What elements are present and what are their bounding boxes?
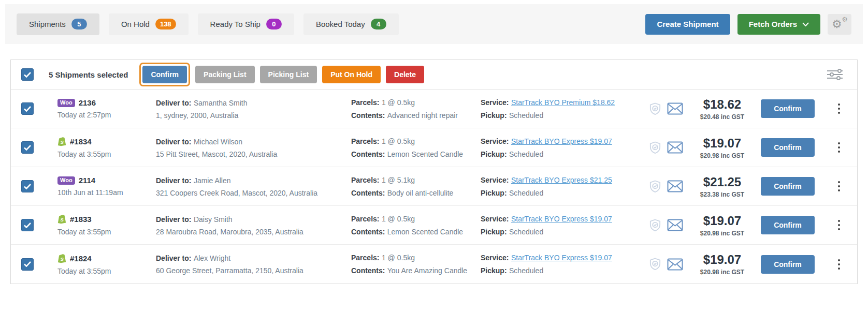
woocommerce-icon: Woo bbox=[57, 99, 75, 107]
service-link[interactable]: StarTrack BYO Express $21.25 bbox=[511, 176, 612, 184]
price: $19.07 bbox=[703, 214, 741, 228]
service-label: Service: bbox=[481, 215, 509, 223]
insurance-shield-icon[interactable] bbox=[649, 141, 661, 154]
parcels-value: 1 @ 0.5kg bbox=[382, 215, 415, 223]
pickup-label: Pickup: bbox=[481, 266, 507, 275]
shipment-row: Woo S #1833 Today at 3:55pm Deliver to: … bbox=[11, 206, 857, 245]
check-icon bbox=[24, 106, 31, 112]
filter-settings-button[interactable] bbox=[826, 68, 844, 81]
row-checkbox[interactable] bbox=[21, 219, 34, 231]
tab-shipments[interactable]: Shipments 5 bbox=[17, 13, 99, 35]
parcels-value: 1 @ 0.5kg bbox=[382, 98, 415, 107]
contents-value: Lemon Scented Candle bbox=[387, 150, 463, 158]
order-id: #1833 bbox=[70, 215, 92, 224]
pickup-value: Scheduled bbox=[509, 228, 543, 236]
shipment-row: Woo S 2136 Today at 2:57pm Deliver to: S… bbox=[11, 90, 857, 128]
order-date: 10th Jun at 11:19am bbox=[57, 188, 156, 197]
contents-value: You Are Amazing Candle bbox=[387, 266, 467, 275]
delivery-address: 28 Maroubra Road, Maroubra, 2035, Austra… bbox=[156, 228, 346, 236]
email-icon[interactable] bbox=[667, 102, 683, 115]
tab-on-hold-label: On Hold bbox=[121, 20, 150, 28]
create-shipment-button[interactable]: Create Shipment bbox=[645, 14, 730, 35]
parcels-value: 1 @ 0.5kg bbox=[382, 254, 415, 262]
price: $19.07 bbox=[703, 252, 741, 267]
tab-shipments-count-badge: 5 bbox=[71, 19, 87, 29]
pickup-label: Pickup: bbox=[481, 189, 507, 197]
row-menu-icon[interactable] bbox=[835, 139, 843, 156]
order-id: 2114 bbox=[79, 176, 96, 185]
row-checkbox[interactable] bbox=[21, 258, 34, 271]
confirm-highlight-annotation: Confirm bbox=[139, 63, 190, 86]
email-icon[interactable] bbox=[667, 258, 683, 271]
service-link[interactable]: StarTrack BYO Express $19.07 bbox=[511, 254, 612, 262]
fetch-orders-button[interactable]: Fetch Orders bbox=[737, 14, 820, 35]
recipient-name: Michael Wilson bbox=[194, 138, 242, 146]
row-confirm-button[interactable]: Confirm bbox=[761, 99, 815, 118]
price: $19.07 bbox=[703, 136, 741, 151]
put-on-hold-button[interactable]: Put On Hold bbox=[322, 66, 381, 83]
insurance-shield-icon[interactable] bbox=[649, 180, 661, 193]
insurance-shield-icon[interactable] bbox=[649, 258, 661, 271]
check-icon bbox=[24, 145, 31, 151]
tab-on-hold-count-badge: 138 bbox=[155, 19, 176, 29]
row-confirm-button[interactable]: Confirm bbox=[761, 255, 815, 274]
row-confirm-button[interactable]: Confirm bbox=[761, 177, 815, 196]
service-link[interactable]: StarTrack BYO Premium $18.62 bbox=[511, 98, 615, 107]
row-checkbox[interactable] bbox=[21, 102, 34, 115]
packing-list-button[interactable]: Packing List bbox=[195, 66, 254, 83]
row-checkbox[interactable] bbox=[21, 180, 34, 192]
recipient-name: Jamie Allen bbox=[194, 176, 231, 185]
tab-booked-today[interactable]: Booked Today 4 bbox=[303, 13, 399, 35]
tab-booked-today-label: Booked Today bbox=[316, 20, 365, 28]
pickup-value: Scheduled bbox=[509, 150, 543, 158]
insurance-shield-icon[interactable] bbox=[649, 219, 661, 232]
delete-button[interactable]: Delete bbox=[386, 66, 424, 83]
contents-label: Contents: bbox=[351, 150, 385, 158]
email-icon[interactable] bbox=[667, 141, 683, 154]
picking-list-button[interactable]: Picking List bbox=[260, 66, 317, 83]
top-actions: Create Shipment Fetch Orders ⚙ ⚙ bbox=[645, 14, 851, 35]
shipment-row: Woo S 2114 10th Jun at 11:19am Deliver t… bbox=[11, 167, 857, 206]
pickup-label: Pickup: bbox=[481, 150, 507, 158]
gear-small-icon: ⚙ bbox=[842, 16, 848, 23]
check-icon bbox=[24, 184, 31, 189]
price-inc-gst: $20.98 inc GST bbox=[700, 152, 744, 159]
row-menu-icon[interactable] bbox=[835, 217, 843, 233]
price-inc-gst: $20.98 inc GST bbox=[700, 269, 744, 276]
svg-text:S: S bbox=[61, 217, 64, 222]
svg-text:S: S bbox=[61, 256, 64, 261]
select-all-checkbox[interactable] bbox=[21, 68, 34, 81]
settings-button[interactable]: ⚙ ⚙ bbox=[828, 14, 851, 35]
bulk-confirm-button[interactable]: Confirm bbox=[142, 66, 187, 83]
tab-booked-today-count-badge: 4 bbox=[371, 19, 386, 29]
email-icon[interactable] bbox=[667, 180, 683, 192]
row-menu-icon[interactable] bbox=[835, 100, 843, 117]
recipient-name: Samantha Smith bbox=[194, 99, 248, 107]
price-inc-gst: $20.98 inc GST bbox=[700, 230, 744, 237]
email-icon[interactable] bbox=[667, 219, 683, 231]
service-label: Service: bbox=[481, 137, 509, 145]
deliver-to-label: Deliver to: bbox=[156, 99, 191, 107]
row-menu-icon[interactable] bbox=[835, 178, 843, 195]
contents-value: Advanced night repair bbox=[387, 111, 458, 120]
service-label: Service: bbox=[481, 254, 509, 262]
service-link[interactable]: StarTrack BYO Express $19.07 bbox=[511, 137, 612, 145]
pickup-label: Pickup: bbox=[481, 111, 507, 120]
parcels-label: Parcels: bbox=[351, 176, 379, 184]
tab-ready-to-ship[interactable]: Ready To Ship 0 bbox=[198, 13, 294, 35]
row-confirm-button[interactable]: Confirm bbox=[761, 138, 815, 157]
deliver-to-label: Deliver to: bbox=[156, 215, 191, 224]
shipment-rows: Woo S 2136 Today at 2:57pm Deliver to: S… bbox=[11, 90, 857, 284]
tab-on-hold[interactable]: On Hold 138 bbox=[109, 13, 189, 35]
chevron-down-icon bbox=[802, 22, 809, 26]
row-confirm-button[interactable]: Confirm bbox=[761, 216, 815, 234]
tab-ready-to-ship-count-badge: 0 bbox=[266, 19, 282, 29]
insurance-shield-icon[interactable] bbox=[649, 102, 661, 115]
shipment-row: Woo S #1834 Today at 3:55pm Deliver to: … bbox=[11, 128, 857, 167]
woocommerce-icon: Woo bbox=[57, 176, 75, 185]
contents-label: Contents: bbox=[351, 228, 385, 236]
service-link[interactable]: StarTrack BYO Express $19.07 bbox=[511, 215, 612, 223]
row-menu-icon[interactable] bbox=[835, 256, 843, 273]
delivery-address: 15 Pitt Street, Mascot, 2020, Australia bbox=[156, 150, 346, 158]
row-checkbox[interactable] bbox=[21, 141, 34, 154]
